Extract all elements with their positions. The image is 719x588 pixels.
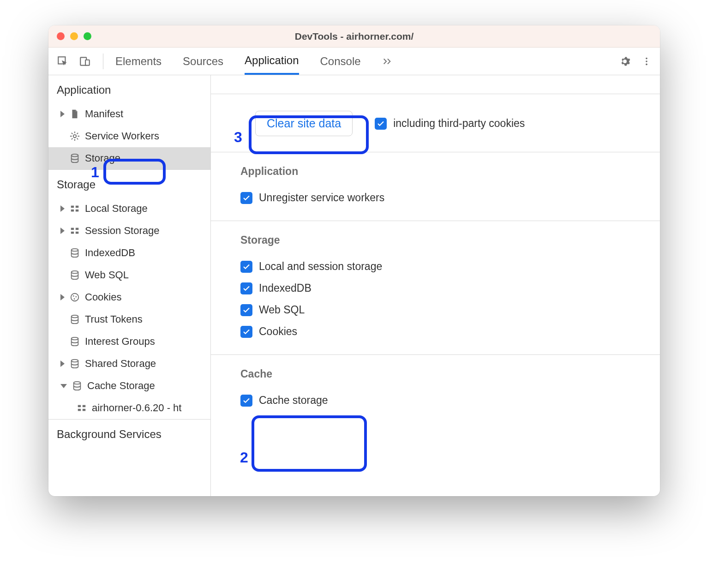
sidebar-item-manifest[interactable]: Manifest	[48, 103, 210, 125]
more-tabs-icon[interactable]	[382, 56, 392, 66]
grid-icon	[69, 225, 80, 236]
checkbox-checked-icon[interactable]	[240, 282, 252, 294]
storage-panel: Clear site data including third-party co…	[211, 75, 660, 496]
group-heading-cache: Cache	[211, 368, 660, 390]
devtools-window: DevTools - airhorner.com/ Elements Sourc…	[48, 25, 660, 496]
sidebar-item-cache-storage[interactable]: Cache Storage	[48, 375, 210, 397]
group-heading-application: Application	[211, 165, 660, 187]
checkbox-checked-icon[interactable]	[240, 192, 252, 204]
disclosure-triangle-icon[interactable]	[60, 360, 65, 367]
database-icon	[69, 247, 80, 258]
option-label: Web SQL	[259, 304, 305, 316]
application-sidebar: Application Manifest Service Workers	[48, 75, 211, 496]
sidebar-item-session-storage[interactable]: Session Storage	[48, 220, 210, 242]
gear-icon	[69, 131, 80, 142]
sidebar-item-label: Interest Groups	[85, 336, 155, 348]
group-heading-storage: Storage	[211, 234, 660, 256]
grid-icon	[69, 203, 80, 214]
option-label: Cache storage	[259, 394, 328, 407]
option-local-session-storage[interactable]: Local and session storage	[211, 256, 660, 277]
toolbar-separator	[103, 54, 103, 69]
sidebar-section-application: Application	[48, 75, 210, 103]
panel-tabs: Elements Sources Application Console	[115, 48, 392, 75]
sidebar-item-storage[interactable]: Storage	[48, 147, 210, 169]
sidebar-item-label: Trust Tokens	[85, 313, 143, 325]
grid-icon	[76, 402, 87, 414]
database-icon	[69, 358, 80, 369]
sidebar-item-label: Shared Storage	[85, 358, 156, 370]
disclosure-triangle-icon[interactable]	[60, 205, 65, 212]
database-icon	[69, 270, 80, 281]
tab-application[interactable]: Application	[245, 48, 299, 75]
panel-body: Application Manifest Service Workers	[48, 75, 660, 496]
sidebar-item-label: airhorner-0.6.20 - ht	[92, 402, 181, 414]
sidebar-item-label: Cache Storage	[87, 380, 155, 392]
window-titlebar: DevTools - airhorner.com/	[48, 25, 660, 48]
option-cookies[interactable]: Cookies	[211, 321, 660, 342]
sidebar-item-interest-groups[interactable]: Interest Groups	[48, 330, 210, 353]
sidebar-item-label: Manifest	[85, 108, 123, 120]
sidebar-item-label: Web SQL	[85, 269, 129, 281]
sidebar-item-websql[interactable]: Web SQL	[48, 264, 210, 286]
checkbox-checked-icon[interactable]	[240, 326, 252, 338]
option-cache-storage[interactable]: Cache storage	[211, 390, 660, 411]
sidebar-item-label: IndexedDB	[85, 247, 135, 259]
sidebar-item-indexeddb[interactable]: IndexedDB	[48, 242, 210, 264]
sidebar-item-trust-tokens[interactable]: Trust Tokens	[48, 308, 210, 330]
kebab-menu-icon[interactable]	[641, 56, 652, 66]
option-label: Local and session storage	[259, 260, 382, 273]
disclosure-triangle-icon[interactable]	[60, 228, 65, 234]
checkbox-checked-icon[interactable]	[240, 395, 252, 407]
tab-elements[interactable]: Elements	[115, 48, 162, 75]
database-icon	[72, 380, 83, 391]
sidebar-item-shared-storage[interactable]: Shared Storage	[48, 353, 210, 375]
disclosure-triangle-icon[interactable]	[60, 384, 67, 388]
option-label: Unregister service workers	[259, 192, 384, 204]
sidebar-item-label: Service Workers	[85, 130, 159, 142]
file-icon	[69, 108, 80, 120]
sidebar-section-background-services[interactable]: Background Services	[48, 420, 210, 496]
option-unregister-service-workers[interactable]: Unregister service workers	[211, 187, 660, 209]
option-websql[interactable]: Web SQL	[211, 299, 660, 321]
inspect-element-icon[interactable]	[57, 55, 69, 67]
sidebar-item-local-storage[interactable]: Local Storage	[48, 198, 210, 220]
disclosure-triangle-icon[interactable]	[60, 111, 65, 117]
device-toolbar-icon[interactable]	[79, 55, 91, 67]
sidebar-item-cache-entry[interactable]: airhorner-0.6.20 - ht	[48, 397, 210, 419]
sidebar-item-cookies[interactable]: Cookies	[48, 286, 210, 308]
tab-console[interactable]: Console	[320, 48, 361, 75]
checkbox-checked-icon[interactable]	[240, 261, 252, 273]
checkbox-checked-icon[interactable]	[240, 304, 252, 316]
window-title: DevTools - airhorner.com/	[48, 31, 660, 42]
tab-sources[interactable]: Sources	[183, 48, 223, 75]
database-icon	[69, 314, 80, 325]
sidebar-section-storage: Storage	[48, 170, 210, 198]
disclosure-triangle-icon[interactable]	[60, 294, 65, 300]
option-label: IndexedDB	[259, 282, 312, 294]
option-label: Cookies	[259, 325, 297, 338]
devtools-toolbar: Elements Sources Application Console	[48, 48, 660, 75]
cookie-icon	[69, 292, 80, 303]
database-icon	[69, 336, 80, 347]
checkbox-checked-icon[interactable]	[375, 118, 387, 130]
sidebar-item-service-workers[interactable]: Service Workers	[48, 125, 210, 147]
sidebar-item-label: Storage	[85, 152, 120, 164]
third-party-cookies-option[interactable]: including third-party cookies	[375, 117, 525, 130]
sidebar-item-label: Cookies	[85, 291, 121, 303]
settings-icon[interactable]	[619, 56, 630, 67]
option-label: including third-party cookies	[393, 117, 525, 130]
database-icon	[69, 153, 80, 164]
option-indexeddb[interactable]: IndexedDB	[211, 277, 660, 299]
sidebar-item-label: Session Storage	[85, 225, 159, 237]
sidebar-item-label: Local Storage	[85, 203, 148, 215]
clear-site-data-button[interactable]: Clear site data	[255, 111, 353, 136]
